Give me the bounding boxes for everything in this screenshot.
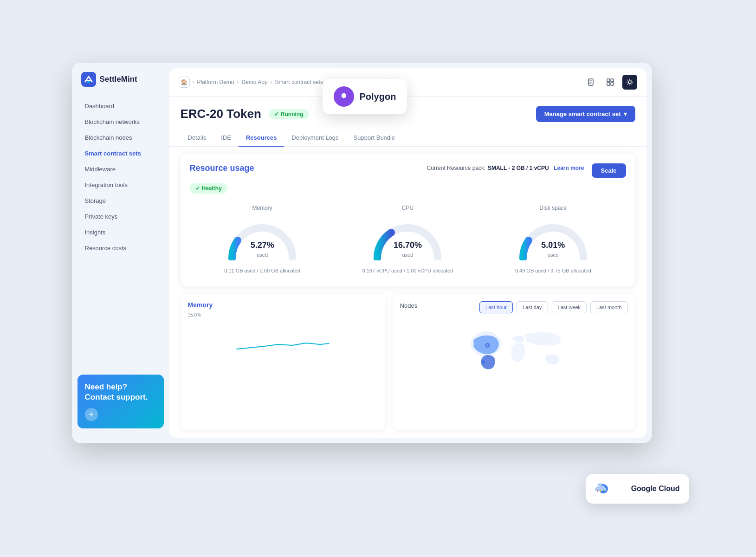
gauge-memory-container: 5.27% used [225, 219, 299, 260]
gauge-cpu: CPU [335, 205, 480, 273]
resource-pack-label: Current Resource pack: [427, 165, 486, 171]
nodes-title: Nodes [400, 302, 418, 309]
tab-resources[interactable]: Resources [239, 130, 284, 147]
settings-icon-btn[interactable] [622, 75, 637, 90]
tab-support-bundle[interactable]: Support Bundle [346, 130, 403, 147]
help-text: Need help? Contact support. [85, 382, 156, 402]
polygon-name: Polygon [360, 91, 396, 102]
gauge-memory: Memory [190, 205, 335, 273]
gauge-memory-text: 5.27% used [251, 240, 274, 259]
help-plus-button[interactable]: + [85, 408, 98, 421]
chart-title: Memory [188, 301, 378, 309]
breadcrumb-demo-app[interactable]: Demo App [242, 79, 268, 85]
resource-header-left: Resource usage [190, 163, 254, 173]
time-btn-last-month[interactable]: Last month [590, 301, 627, 313]
gauge-disk: Disk space [480, 205, 626, 273]
svg-rect-9 [611, 83, 614, 85]
time-btn-last-week[interactable]: Last week [552, 301, 587, 313]
time-btn-last-day[interactable]: Last day [517, 301, 548, 313]
gauge-cpu-detail: 0.167 vCPU used / 1.00 vCPU allocated [362, 268, 453, 273]
polygon-card: Polygon [323, 79, 407, 114]
sidebar-item-storage[interactable]: Storage [76, 193, 166, 208]
document-icon-btn[interactable] [583, 75, 598, 90]
gauge-disk-used-label: used [548, 252, 559, 258]
tab-ide[interactable]: IDE [213, 130, 239, 147]
healthy-check-icon: ✓ [195, 185, 200, 192]
memory-chart: Memory 15.0% [181, 294, 385, 430]
svg-rect-8 [607, 83, 610, 85]
main-content: 🏠 › Platform Demo › Demo App › Smart con… [169, 68, 646, 438]
gauge-disk-detail: 0.49 GB used / 9.75 GB allocated [515, 268, 591, 273]
google-cloud-card: Google Cloud [586, 474, 689, 504]
gauge-memory-detail: 0.11 GB used / 2.00 GB allocated [224, 268, 300, 273]
sidebar-item-insights[interactable]: Insights [76, 225, 166, 240]
healthy-text: Healthy [202, 185, 222, 192]
settings-icon [626, 78, 633, 86]
sidebar-item-resource-costs[interactable]: Resource costs [76, 240, 166, 256]
gauge-disk-text: 5.01% used [541, 240, 565, 259]
svg-rect-1 [87, 81, 90, 83]
learn-more-link[interactable]: Learn more [554, 165, 584, 171]
svg-point-16 [486, 344, 489, 347]
gauge-cpu-used-label: used [402, 252, 414, 258]
home-icon[interactable]: 🏠 [179, 77, 190, 88]
gauge-disk-percent: 5.01% [541, 240, 565, 250]
healthy-badge: ✓ Healthy [190, 183, 227, 194]
resource-title: Resource usage [190, 163, 254, 173]
topbar-icons [583, 75, 637, 90]
logo-icon [81, 72, 96, 87]
svg-point-10 [628, 81, 631, 84]
main-window: SettleMint DashboardBlockchain networksB… [72, 63, 652, 443]
scale-button[interactable]: Scale [592, 163, 626, 178]
status-badge: ✓ Running [269, 109, 309, 119]
page-header: ERC-20 Token ✓ Running Manage smart cont… [169, 97, 646, 130]
sidebar-item-private-keys[interactable]: Private keys [76, 209, 166, 224]
svg-point-23 [603, 490, 604, 492]
breadcrumb-platform-demo[interactable]: Platform Demo [197, 79, 234, 85]
scene: SettleMint DashboardBlockchain networksB… [53, 35, 703, 522]
svg-rect-6 [607, 79, 610, 82]
logo-area: SettleMint [72, 72, 169, 98]
sidebar-item-blockchain-networks[interactable]: Blockchain networks [76, 114, 166, 130]
chart-y-label: 15.0% [188, 312, 378, 317]
svg-rect-7 [611, 79, 614, 82]
tab-deployment-logs[interactable]: Deployment Logs [284, 130, 346, 147]
google-cloud-logo [592, 480, 609, 497]
polygon-icon [334, 86, 354, 107]
gauge-memory-percent: 5.27% [251, 240, 274, 250]
page-title: ERC-20 Token [181, 107, 261, 121]
gauge-cpu-text: 16.70% used [394, 240, 422, 259]
resource-header: Resource usage Current Resource pack: SM… [190, 163, 626, 178]
bottom-section: Memory 15.0% Nodes Last h [169, 294, 646, 438]
sidebar-item-dashboard[interactable]: Dashboard [76, 98, 166, 114]
sidebar-item-blockchain-nodes[interactable]: Blockchain nodes [76, 130, 166, 145]
memory-chart-svg [188, 317, 378, 355]
status-text: Running [281, 111, 304, 117]
resource-pack-info: Current Resource pack: SMALL - 2 GB / 1 … [427, 163, 584, 172]
google-cloud-name: Google Cloud [631, 485, 680, 493]
logo-text: SettleMint [100, 75, 137, 84]
grid-icon-btn[interactable] [603, 75, 618, 90]
tabs: Details IDE Resources Deployment Logs Su… [169, 130, 646, 147]
gauge-cpu-label: CPU [402, 205, 414, 211]
gauges-row: Memory [190, 201, 626, 277]
topbar: 🏠 › Platform Demo › Demo App › Smart con… [169, 68, 646, 97]
help-card: Need help? Contact support. + [78, 375, 164, 428]
svg-point-22 [600, 490, 601, 492]
page-title-area: ERC-20 Token ✓ Running [181, 107, 309, 121]
gauge-cpu-percent: 16.70% [394, 240, 422, 250]
gauge-memory-label: Memory [252, 205, 272, 211]
gauge-memory-used-label: used [257, 252, 268, 258]
manage-button[interactable]: Manage smart contract set ▾ [536, 106, 635, 122]
gauge-disk-container: 5.01% used [516, 219, 590, 260]
breadcrumb-smart-contract-sets[interactable]: Smart contract sets [275, 79, 323, 85]
svg-point-17 [481, 360, 485, 363]
sidebar-item-middleware[interactable]: Middleware [76, 162, 166, 177]
world-map-svg [400, 319, 628, 375]
resource-header-right: Current Resource pack: SMALL - 2 GB / 1 … [427, 163, 626, 178]
sidebar-item-integration-tools[interactable]: Integration tools [76, 177, 166, 193]
sidebar-item-smart-contract-sets[interactable]: Smart contract sets [76, 146, 166, 161]
time-btn-last-hour[interactable]: Last hour [479, 301, 513, 313]
grid-icon [607, 78, 614, 86]
tab-details[interactable]: Details [181, 130, 214, 147]
